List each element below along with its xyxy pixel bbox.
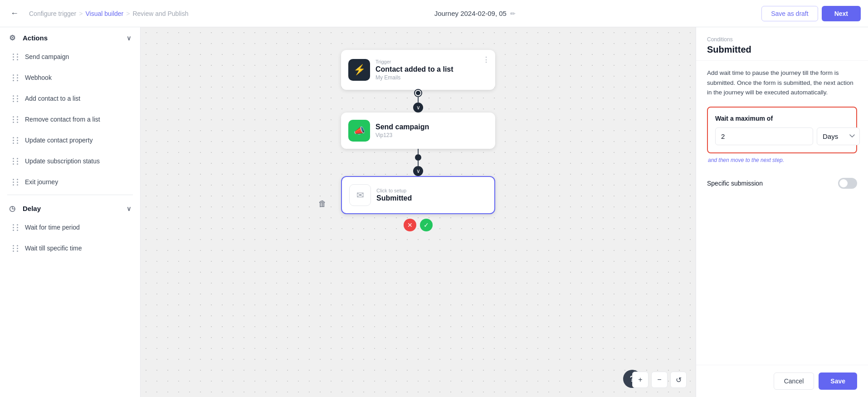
breadcrumb-sep1: >: [79, 10, 83, 17]
sidebar-divider: [7, 195, 133, 195]
actions-section-header: ⚙ Actions ∨: [0, 27, 140, 47]
sidebar-item-add-contact[interactable]: Add contact to a list: [4, 88, 137, 108]
trigger-menu-icon[interactable]: ⋮: [483, 55, 490, 64]
sidebar-item-update-contact[interactable]: Update contact property: [4, 130, 137, 150]
connector-line-1: [418, 96, 419, 103]
sidebar-item-label: Send campaign: [25, 53, 69, 60]
sidebar-item-label: Add contact to a list: [25, 95, 80, 102]
drag-handle: [13, 137, 20, 144]
right-panel-title: Submitted: [707, 44, 857, 55]
canvas[interactable]: ⚡ Trigger Contact added to a list My Ema…: [141, 27, 696, 397]
topbar: ← Configure trigger > Visual builder > R…: [0, 0, 868, 27]
sidebar-item-wait-specific-time[interactable]: Wait till specific time: [4, 238, 137, 258]
right-panel-footer: Cancel Save: [696, 365, 868, 397]
delay-section-icon: ◷: [9, 204, 15, 213]
submitted-icon: ✉: [356, 190, 364, 201]
wait-max-box: Wait a maximum of Minutes Hours Days Wee…: [707, 107, 857, 153]
next-step-note: and then move to the next step.: [707, 157, 857, 163]
node-cancel-button[interactable]: ✕: [404, 219, 416, 231]
campaign-title: Send campaign: [375, 123, 429, 131]
actions-section-icon: ⚙: [9, 34, 15, 42]
sidebar-item-label: Wait for time period: [25, 224, 80, 231]
connector-1: ∨: [413, 90, 423, 113]
delay-section-label: Delay: [23, 205, 41, 212]
drag-handle: [13, 54, 20, 60]
right-panel-section-label: Conditions: [707, 36, 857, 43]
flow-container: ⚡ Trigger Contact added to a list My Ema…: [341, 50, 495, 231]
drag-handle: [13, 74, 20, 81]
next-button[interactable]: Next: [822, 6, 861, 21]
submitted-setup-text: Click to setup: [376, 188, 412, 193]
wait-number-input[interactable]: [715, 127, 813, 145]
save-button[interactable]: Save: [819, 372, 857, 390]
connector-line-2: [418, 149, 419, 154]
sidebar-item-label: Update contact property: [25, 137, 93, 144]
reset-button[interactable]: ↺: [670, 372, 687, 388]
sidebar-item-wait-time-period[interactable]: Wait for time period: [4, 217, 137, 237]
wait-inputs: Minutes Hours Days Weeks: [715, 127, 849, 145]
campaign-icon: 📣: [354, 125, 365, 136]
sidebar-item-label: Webhook: [25, 74, 52, 81]
sidebar-item-remove-contact[interactable]: Remove contact from a list: [4, 109, 137, 129]
topbar-actions: Save as draft Next: [761, 6, 861, 21]
sidebar-item-update-subscription[interactable]: Update subscription status: [4, 151, 137, 171]
edit-title-icon[interactable]: ✏: [510, 10, 516, 17]
trigger-node-content: Trigger Contact added to a list My Email…: [375, 59, 454, 81]
right-panel-body: Add wait time to pause the journey till …: [696, 61, 868, 365]
wait-max-label: Wait a maximum of: [715, 115, 849, 122]
sidebar-item-exit-journey[interactable]: Exit journey: [4, 172, 137, 192]
canvas-controls: + − ↺: [632, 372, 687, 388]
right-panel: Conditions Submitted Add wait time to pa…: [696, 27, 868, 397]
sidebar-item-webhook[interactable]: Webhook: [4, 68, 137, 88]
wait-unit-select[interactable]: Minutes Hours Days Weeks: [817, 127, 860, 145]
submitted-node-container: 🗑 ✉ Click to setup Submitted ✕ ✓: [341, 176, 495, 231]
submitted-node[interactable]: ✉ Click to setup Submitted: [341, 176, 495, 214]
connector-2: ∨: [413, 149, 423, 176]
sidebar-item-label: Remove contact from a list: [25, 116, 100, 123]
zoom-in-button[interactable]: +: [632, 372, 649, 388]
zoom-out-button[interactable]: −: [651, 372, 668, 388]
specific-submission-row: Specific submission: [707, 172, 857, 194]
back-button[interactable]: ←: [7, 6, 22, 21]
right-panel-header: Conditions Submitted: [696, 27, 868, 61]
actions-chevron[interactable]: ∨: [127, 34, 131, 42]
specific-submission-label: Specific submission: [707, 180, 763, 187]
connector-dot-2: [415, 154, 421, 161]
trigger-icon: ⚡: [353, 64, 366, 76]
connector-dot-1: [415, 90, 421, 96]
campaign-node[interactable]: 📣 Send campaign Vip123: [341, 113, 495, 149]
node-actions: ✕ ✓: [404, 219, 433, 231]
delete-icon[interactable]: 🗑: [318, 199, 327, 209]
cancel-button[interactable]: Cancel: [774, 372, 814, 390]
sidebar-item-label: Exit journey: [25, 178, 58, 186]
submitted-title: Submitted: [376, 194, 412, 202]
trigger-node[interactable]: ⚡ Trigger Contact added to a list My Ema…: [341, 50, 495, 90]
trigger-label: Trigger: [375, 59, 454, 64]
drag-handle: [13, 245, 20, 252]
submitted-icon-box: ✉: [349, 184, 371, 206]
sidebar-item-label: Wait till specific time: [25, 245, 82, 252]
journey-title-area: Journey 2024-02-09, 05 ✏: [195, 10, 754, 17]
actions-section-label: Actions: [23, 34, 48, 42]
trigger-title: Contact added to a list: [375, 65, 454, 74]
sidebar-item-send-campaign[interactable]: Send campaign: [4, 47, 137, 67]
delay-chevron[interactable]: ∨: [127, 205, 131, 212]
sidebar-item-label: Update subscription status: [25, 157, 100, 165]
breadcrumb: Configure trigger > Visual builder > Rev…: [29, 10, 188, 17]
save-draft-button[interactable]: Save as draft: [761, 6, 818, 21]
specific-submission-toggle[interactable]: [838, 178, 857, 189]
campaign-icon-box: 📣: [348, 120, 370, 142]
node-confirm-button[interactable]: ✓: [420, 219, 433, 231]
drag-handle: [13, 95, 20, 102]
breadcrumb-step1[interactable]: Configure trigger: [29, 10, 76, 17]
breadcrumb-step3[interactable]: Review and Publish: [132, 10, 188, 17]
drag-handle: [13, 116, 20, 123]
breadcrumb-sep2: >: [126, 10, 130, 17]
drag-handle: [13, 158, 20, 165]
trigger-subtitle: My Emails: [375, 74, 454, 81]
breadcrumb-step2[interactable]: Visual builder: [85, 10, 123, 17]
connector-line-2b: [418, 161, 419, 166]
journey-title: Journey 2024-02-09, 05: [434, 10, 507, 17]
right-panel-description: Add wait time to pause the journey till …: [707, 68, 857, 98]
trigger-icon-box: ⚡: [348, 59, 370, 81]
